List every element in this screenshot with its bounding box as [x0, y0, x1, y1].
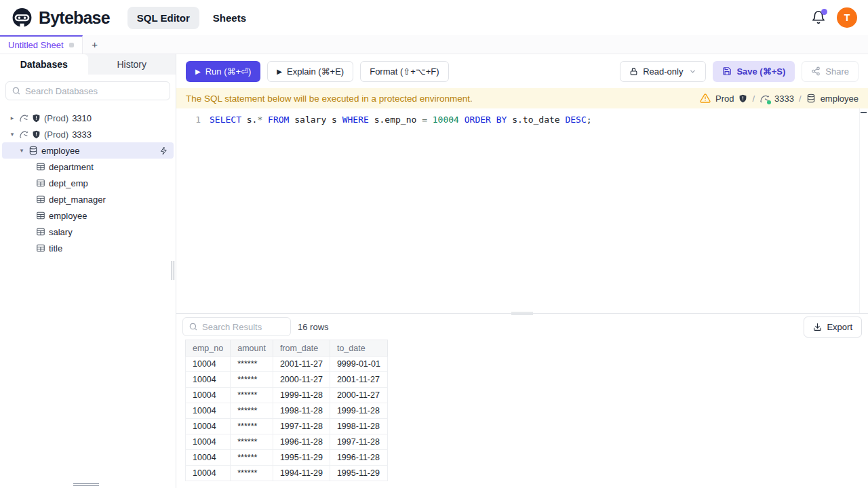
- tab-history[interactable]: History: [88, 54, 176, 75]
- table-cell: 1996-11-28: [330, 450, 387, 466]
- explain-button[interactable]: ▶ Explain (⌘+E): [267, 61, 353, 82]
- sql-token-plain: ;: [587, 115, 592, 125]
- avatar[interactable]: T: [837, 7, 857, 28]
- caret-right-icon[interactable]: ▸: [9, 115, 16, 121]
- search-icon: [12, 86, 21, 96]
- environment-prefix: (Prod): [44, 113, 68, 123]
- column-header-emp_no[interactable]: emp_no: [186, 340, 231, 357]
- tree-item-label: employee: [49, 211, 87, 221]
- caret-down-icon[interactable]: ▾: [18, 147, 25, 154]
- tree-item-label: 3333: [72, 129, 92, 140]
- editor-toolbar: ▶ Run (⌘+⏎) ▶ Explain (⌘+E) Format (⇧+⌥+…: [176, 54, 868, 88]
- notification-bell-icon[interactable]: [811, 10, 826, 25]
- bytebase-logo[interactable]: Bytebase: [11, 7, 110, 29]
- column-header-from_date[interactable]: from_date: [273, 340, 330, 357]
- results-header: 16 rows Export: [176, 314, 868, 340]
- main-row: Databases History ▸(Prod)3310▾(Prod)3333…: [0, 54, 868, 488]
- table-icon: [36, 243, 45, 253]
- table-row: 10004******1996-11-281997-11-28: [186, 434, 388, 450]
- environment-prefix: (Prod): [44, 129, 68, 140]
- table-cell: 2001-11-27: [330, 372, 387, 388]
- table-cell: 1994-11-29: [273, 466, 330, 481]
- tree-item-instance-3310[interactable]: ▸(Prod)3310: [2, 110, 174, 126]
- save-button[interactable]: Save (⌘+S): [713, 61, 795, 82]
- code-line: 1 SELECT s.* FROM salary s WHERE s.emp_n…: [176, 113, 868, 127]
- table-cell: 9999-01-01: [330, 357, 387, 372]
- table-cell: ******: [231, 466, 273, 481]
- table-cell: 10004: [186, 450, 231, 466]
- unsaved-dot: [69, 43, 74, 47]
- table-cell: 10004: [186, 434, 231, 450]
- table-cell: 2000-11-27: [330, 388, 387, 403]
- sql-token-keyword: WHERE: [342, 115, 369, 125]
- tab-untitled-sheet[interactable]: Untitled Sheet: [0, 35, 83, 54]
- sql-token-operator: =: [422, 115, 427, 125]
- search-databases-input[interactable]: [25, 86, 164, 96]
- row-count: 16 rows: [298, 322, 329, 332]
- tree-item-instance-3333[interactable]: ▾(Prod)3333: [2, 126, 174, 142]
- sql-token-plain: [427, 115, 433, 125]
- mysql-icon: [19, 113, 28, 123]
- tree-item-label: department: [49, 162, 94, 172]
- shield-icon: [32, 114, 41, 123]
- bytebase-logo-icon: [11, 7, 33, 29]
- column-header-to_date[interactable]: to_date: [330, 340, 387, 357]
- table-cell: 1995-11-29: [273, 450, 330, 466]
- sql-token-number: 10004: [433, 115, 459, 125]
- tree-item-table-dept_emp[interactable]: dept_emp: [2, 175, 174, 191]
- table-row: 10004******1995-11-291996-11-28: [186, 450, 388, 466]
- add-sheet-button[interactable]: +: [83, 35, 107, 54]
- format-button[interactable]: Format (⇧+⌥+F): [360, 61, 448, 82]
- export-button[interactable]: Export: [804, 317, 862, 338]
- table-cell: 1998-11-28: [273, 403, 330, 419]
- bolt-icon[interactable]: [159, 146, 168, 155]
- run-button[interactable]: ▶ Run (⌘+⏎): [186, 61, 260, 82]
- tree-item-table-salary[interactable]: salary: [2, 224, 174, 240]
- shield-icon: [32, 130, 41, 139]
- brand-name: Bytebase: [39, 8, 110, 28]
- table-cell: 2000-11-27: [273, 372, 330, 388]
- table-cell: 1997-11-28: [330, 434, 387, 450]
- protected-env-banner: The SQL statement below will be executed…: [176, 88, 868, 108]
- editor-scrollbar[interactable]: [859, 108, 868, 313]
- table-cell: ******: [231, 450, 273, 466]
- caret-down-icon[interactable]: ▾: [9, 131, 16, 138]
- table-cell: ******: [231, 388, 273, 403]
- tree-item-table-employee[interactable]: employee: [2, 207, 174, 224]
- tree-item-database-employee[interactable]: ▾employee: [2, 142, 174, 159]
- chevron-down-icon: [689, 68, 696, 75]
- table-cell: 1998-11-28: [330, 419, 387, 434]
- database-label[interactable]: employee: [821, 94, 859, 104]
- sheet-tab-label: Untitled Sheet: [8, 40, 64, 50]
- tree-item-table-department[interactable]: department: [2, 159, 174, 175]
- share-button[interactable]: Share: [802, 61, 859, 82]
- banner-message: The SQL statement below will be executed…: [186, 94, 473, 104]
- tree-item-table-dept_manager[interactable]: dept_manager: [2, 191, 174, 207]
- column-header-amount[interactable]: amount: [231, 340, 273, 357]
- sql-editor[interactable]: 1 SELECT s.* FROM salary s WHERE s.emp_n…: [176, 108, 868, 313]
- readonly-mode-button[interactable]: Read-only: [620, 61, 706, 82]
- tree-item-table-title[interactable]: title: [2, 240, 174, 256]
- database-icon: [28, 146, 38, 155]
- connection-breadcrumb: Prod / 3333 / employee: [700, 93, 859, 104]
- table-cell: 1999-11-28: [273, 388, 330, 403]
- nav-sql-editor[interactable]: SQL Editor: [127, 7, 199, 29]
- sidebar-resize-handle[interactable]: [172, 261, 175, 280]
- warning-icon: [700, 93, 711, 104]
- sql-token-plain: salary s: [289, 115, 342, 125]
- table-icon: [36, 162, 45, 171]
- tree-item-label: salary: [49, 227, 73, 237]
- sql-token-plain: [459, 115, 465, 125]
- environment-label[interactable]: Prod: [715, 94, 734, 104]
- sql-token-plain: s.: [241, 115, 257, 125]
- table-row: 10004******2000-11-272001-11-27: [186, 372, 388, 388]
- notification-dot: [821, 9, 827, 15]
- mysql-icon: [19, 129, 28, 139]
- tab-databases[interactable]: Databases: [0, 54, 88, 75]
- share-icon: [811, 66, 821, 76]
- sidebar-bottom-resize-handle[interactable]: [73, 483, 99, 486]
- nav-sheets[interactable]: Sheets: [203, 7, 256, 29]
- table-cell: ******: [231, 403, 273, 419]
- instance-label[interactable]: 3333: [774, 94, 794, 104]
- results-resize-handle[interactable]: [511, 312, 533, 314]
